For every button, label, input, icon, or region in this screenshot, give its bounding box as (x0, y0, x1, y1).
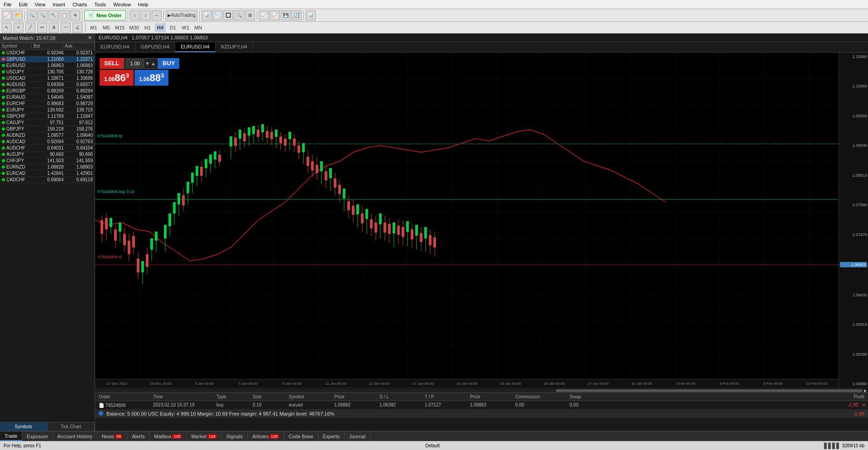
market-watch-row[interactable]: EURCHF 0.98683 0.98729 (0, 101, 95, 107)
bot-tab-news[interactable]: News 99 (97, 431, 128, 441)
market-watch-row[interactable]: CADJPY 97.751 97.812 (0, 120, 95, 126)
tf-w1[interactable]: W1 (180, 23, 191, 32)
open-btn[interactable]: 📂 (13, 10, 23, 20)
menu-insert[interactable]: Insert (49, 2, 69, 7)
market-watch-row[interactable]: USDCAD 1.33671 1.33696 (0, 75, 95, 82)
qty-up-btn[interactable]: ▲ (151, 61, 156, 66)
chart-canvas[interactable]: SELL ▼ ▲ BUY 1.06863 1.06883 (95, 53, 868, 388)
price-tick-2: 1.09550 (840, 114, 867, 118)
bot-tab-codebase[interactable]: Code Base (284, 431, 318, 441)
draw-btn[interactable]: ✏ (37, 23, 47, 33)
bot-tab-signals[interactable]: Signals (222, 431, 248, 441)
market-watch-row[interactable]: USDJPY 130.705 130.728 (0, 69, 95, 75)
chart-btn3[interactable]: 🔲 (223, 10, 233, 20)
tf-h1[interactable]: H1 (142, 23, 153, 32)
zoom-fit-btn[interactable]: ⊞ (245, 10, 255, 20)
market-watch-row[interactable]: GBPCHF 1.11769 1.11847 (0, 113, 95, 120)
bot-tab-trade[interactable]: Trade (0, 431, 22, 441)
scroll-right-btn[interactable]: ▶ (864, 388, 867, 393)
menu-file[interactable]: File (0, 2, 15, 7)
chart-btn2[interactable]: 📉 (212, 10, 222, 20)
properties-btn[interactable]: 🔧 (48, 10, 58, 20)
zoom-in-btn[interactable]: 🔍 (27, 10, 37, 20)
tf-m5[interactable]: M5 (101, 23, 112, 32)
quantity-input[interactable] (126, 59, 144, 68)
market-watch-row[interactable]: CHFJPY 141.503 141.559 (0, 158, 95, 164)
menu-window[interactable]: Window (110, 2, 134, 7)
indicator-btn[interactable]: 📊 (306, 10, 316, 20)
chart-scrollbar[interactable]: ▶ (95, 388, 868, 392)
hist-btn[interactable]: 📈 (259, 10, 269, 20)
menu-charts[interactable]: Charts (69, 2, 91, 7)
chart-tab-0[interactable]: EURUSD,H4 (95, 42, 135, 52)
market-watch-close-btn[interactable]: ✕ (88, 35, 92, 41)
arrow-btn2[interactable]: ↕ (141, 10, 151, 20)
bot-tab-experts[interactable]: Experts (318, 431, 345, 441)
tf-mn[interactable]: MN (193, 23, 204, 32)
menu-view[interactable]: View (31, 2, 49, 7)
angle-btn[interactable]: ∠ (72, 23, 82, 33)
mw-tab-tick[interactable]: Tick Chart (48, 422, 95, 431)
bot-tab-journal[interactable]: Journal (345, 431, 370, 441)
market-watch-row[interactable]: AUDJPY 90.660 90.690 (0, 151, 95, 158)
market-watch-row[interactable]: EURGBP 0.88269 0.88294 (0, 88, 95, 94)
autotrading-btn[interactable]: ▶ AutoTrading (166, 10, 197, 20)
crosshair2-btn[interactable]: + (14, 23, 24, 33)
symbol-bid: 0.64031 (38, 145, 64, 150)
new-order-button[interactable]: 🛒 New Order (84, 10, 126, 20)
fwd-btn[interactable]: 📈 (270, 10, 280, 20)
market-watch-row[interactable]: EURUSD 1.06863 1.06883 (0, 63, 95, 69)
cursor-btn[interactable]: ↖ (2, 23, 12, 33)
line-btn[interactable]: ╱ (25, 23, 35, 33)
symbol-ask: 0.98729 (64, 101, 93, 106)
market-watch-row[interactable]: AUDCAD 0.92694 0.92763 (0, 139, 95, 145)
chart-tab-1[interactable]: GBPUSD,H4 (135, 42, 176, 52)
market-watch-row[interactable]: CADCHF 0.69064 0.69118 (0, 177, 95, 183)
chart-btn1[interactable]: 📊 (201, 10, 211, 20)
save-btn[interactable]: 💾 (281, 10, 291, 20)
sell-button[interactable]: SELL (100, 58, 124, 69)
qty-down-btn[interactable]: ▼ (145, 61, 150, 66)
bot-tab-mailbox[interactable]: Mailbox 128 (150, 431, 187, 441)
menu-tools[interactable]: Tools (91, 2, 110, 7)
market-watch-row[interactable]: EURJPY 139.692 139.715 (0, 107, 95, 113)
bot-tab-account-history[interactable]: Account History (53, 431, 97, 441)
chart-tab-3[interactable]: NZDJPY,H4 (216, 42, 253, 52)
market-watch-row[interactable]: USDCHF 0.92346 0.92371 (0, 50, 95, 56)
arrow-btn3[interactable]: ↔ (152, 10, 162, 20)
bot-tab-market[interactable]: Market 104 (187, 431, 222, 441)
tf-d1[interactable]: D1 (168, 23, 178, 32)
market-watch-row[interactable]: EURAUD 1.54045 1.54097 (0, 94, 95, 101)
balance-bar: Balance: 5 000.00 USC Equity: 4 998.10 M… (95, 410, 868, 418)
menu-help[interactable]: Help (134, 2, 152, 7)
chart-tab-2[interactable]: EURUSD,H4 (175, 42, 216, 52)
text-btn[interactable]: A (49, 23, 59, 33)
market-watch-row[interactable]: AUDNZD 1.09577 1.09640 (0, 132, 95, 139)
trade-table-row[interactable]: 📄 74524806 2023.02.10 15:37:19 buy 0.10 … (95, 401, 868, 410)
tf-h4[interactable]: H4 (155, 23, 166, 32)
template-btn[interactable]: 📋 (59, 10, 69, 20)
market-watch-row[interactable]: AUDUSD 0.69358 0.69377 (0, 82, 95, 88)
buy-button[interactable]: BUY (158, 58, 179, 69)
refresh-btn[interactable]: 🔄 (292, 10, 302, 20)
arrow-btn1[interactable]: ↕ (130, 10, 140, 20)
bot-tab-exposure[interactable]: Exposure (22, 431, 53, 441)
market-watch-row[interactable]: EURNZD 1.68828 1.68903 (0, 164, 95, 170)
zoom-out-btn[interactable]: 🔍 (38, 10, 48, 20)
mw-tab-symbols[interactable]: Symbols (0, 422, 48, 431)
bot-tab-articles[interactable]: Articles 128 (248, 431, 284, 441)
magnify-btn[interactable]: 🔍 (234, 10, 244, 20)
close-trade-btn[interactable]: ✕ (862, 402, 866, 408)
crosshair-btn[interactable]: ✛ (70, 10, 80, 20)
tf-m1[interactable]: M1 (88, 23, 99, 32)
market-watch-row[interactable]: EURCAD 1.42841 1.42901 (0, 170, 95, 177)
tf-m15[interactable]: M15 (114, 23, 126, 32)
market-watch-row[interactable]: GBPJPY 158.218 158.276 (0, 126, 95, 132)
market-watch-row[interactable]: AUDCHF 0.64031 0.64104 (0, 145, 95, 151)
wave-btn[interactable]: 〰 (61, 23, 71, 33)
tf-m30[interactable]: M30 (128, 23, 140, 32)
market-watch-row[interactable]: GBPUSD 1.21050 1.21071 (0, 56, 95, 63)
menu-edit[interactable]: Edit (15, 2, 31, 7)
new-chart-btn[interactable]: 📈 (2, 10, 12, 20)
bot-tab-alerts[interactable]: Alerts (127, 431, 149, 441)
